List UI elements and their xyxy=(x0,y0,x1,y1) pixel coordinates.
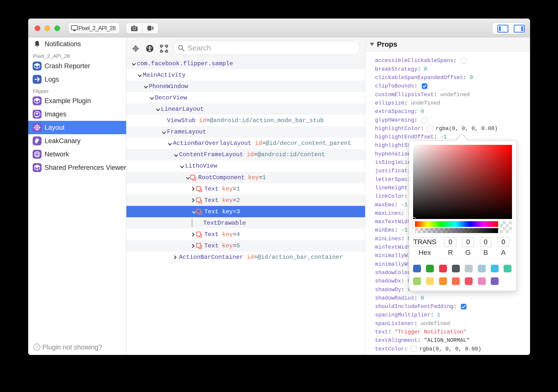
svg-text:?: ? xyxy=(36,345,38,349)
